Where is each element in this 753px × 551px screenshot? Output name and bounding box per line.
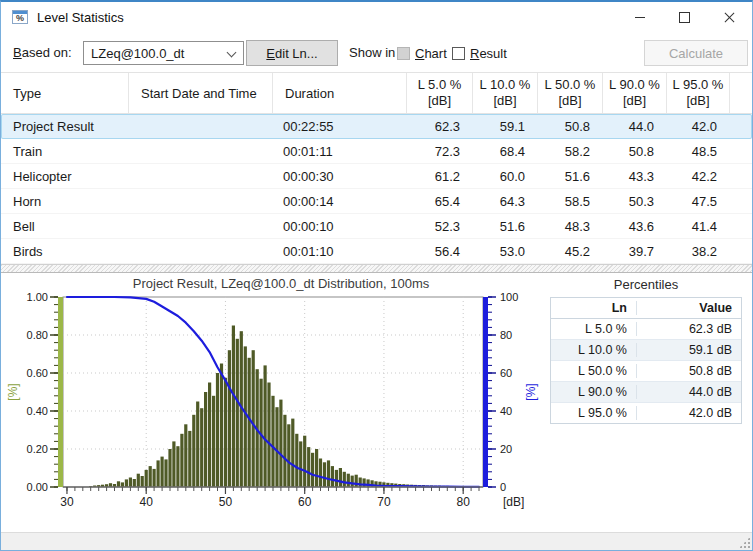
percentile-row: L 90.0 %44.0 dB bbox=[551, 382, 741, 403]
l50-cell: 58.2 bbox=[538, 139, 603, 163]
percentile-row: L 10.0 %59.1 dB bbox=[551, 340, 741, 361]
l50-cell: 48.3 bbox=[538, 214, 603, 238]
calculate-button[interactable]: Calculate bbox=[644, 40, 748, 66]
minimize-button[interactable] bbox=[617, 2, 662, 32]
level-statistics-window: % Level Statistics Based on: LZeq@100.0_… bbox=[0, 0, 753, 551]
app-icon-bar bbox=[13, 11, 27, 14]
resize-grip-icon[interactable] bbox=[739, 537, 750, 548]
svg-text:0.20: 0.20 bbox=[27, 443, 48, 455]
l5-cell: 62.3 bbox=[407, 114, 473, 139]
l90-cell: 44.0 bbox=[603, 114, 667, 139]
edit-ln-button[interactable]: Edit Ln... bbox=[246, 40, 338, 66]
percentile-value-cell: 42.0 dB bbox=[637, 406, 741, 420]
svg-text:[dB]: [dB] bbox=[503, 495, 524, 509]
svg-text:30: 30 bbox=[60, 495, 74, 509]
svg-text:40: 40 bbox=[500, 405, 512, 417]
column-header-l50[interactable]: L 50.0 %[dB] bbox=[538, 73, 603, 113]
close-icon bbox=[724, 12, 735, 23]
svg-text:0.80: 0.80 bbox=[27, 329, 48, 341]
show-in-label: Show in bbox=[349, 45, 395, 60]
table-row[interactable]: Helicopter00:00:3061.260.051.643.342.2 bbox=[1, 164, 752, 189]
l5-cell: 65.4 bbox=[407, 189, 473, 213]
status-bar bbox=[1, 532, 752, 550]
svg-text:0.00: 0.00 bbox=[27, 481, 48, 493]
duration-cell: 00:01:11 bbox=[273, 139, 407, 163]
start-date-cell bbox=[129, 139, 273, 163]
statistics-table-body: Project Result00:22:5562.359.150.844.042… bbox=[1, 114, 752, 264]
column-header-l10[interactable]: L 10.0 %[dB] bbox=[473, 73, 538, 113]
start-date-cell bbox=[129, 164, 273, 188]
filler-cell bbox=[730, 239, 752, 263]
percentile-row: L 5.0 %62.3 dB bbox=[551, 319, 741, 340]
l95-cell: 47.5 bbox=[667, 189, 730, 213]
svg-text:80: 80 bbox=[500, 329, 512, 341]
start-date-cell bbox=[129, 189, 273, 213]
type-cell: Horn bbox=[1, 189, 129, 213]
svg-text:0.60: 0.60 bbox=[27, 367, 48, 379]
l50-cell: 50.8 bbox=[538, 114, 603, 139]
table-row[interactable]: Horn00:00:1465.464.358.550.347.5 bbox=[1, 189, 752, 214]
percentile-row: L 95.0 %42.0 dB bbox=[551, 403, 741, 423]
percentile-ln-cell: L 50.0 % bbox=[551, 364, 637, 378]
l90-cell: 50.3 bbox=[603, 189, 667, 213]
l90-cell: 50.8 bbox=[603, 139, 667, 163]
table-row[interactable]: Project Result00:22:5562.359.150.844.042… bbox=[1, 114, 752, 139]
column-header-start-date[interactable]: Start Date and Time bbox=[129, 73, 273, 113]
duration-cell: 00:22:55 bbox=[273, 114, 407, 139]
svg-text:70: 70 bbox=[377, 495, 391, 509]
maximize-button[interactable] bbox=[662, 2, 707, 32]
based-on-dropdown[interactable]: LZeq@100.0_dt bbox=[83, 41, 244, 65]
l50-cell: 45.2 bbox=[538, 239, 603, 263]
result-checkbox[interactable] bbox=[452, 47, 465, 60]
result-checkbox-label[interactable]: Result bbox=[470, 46, 507, 61]
window-title: Level Statistics bbox=[37, 10, 124, 25]
chart-checkbox[interactable] bbox=[397, 47, 410, 60]
percent-icon: % bbox=[16, 13, 24, 23]
column-header-l90[interactable]: L 90.0 %[dB] bbox=[603, 73, 667, 113]
svg-text:100: 100 bbox=[500, 291, 518, 303]
title-bar: % Level Statistics bbox=[1, 2, 752, 32]
start-date-cell bbox=[129, 214, 273, 238]
maximize-icon bbox=[679, 12, 690, 23]
percentile-value-cell: 59.1 dB bbox=[637, 343, 741, 357]
splitter-handle[interactable] bbox=[1, 264, 752, 273]
filler-cell bbox=[730, 139, 752, 163]
percentile-ln-cell: L 10.0 % bbox=[551, 343, 637, 357]
column-header-type[interactable]: Type bbox=[1, 73, 129, 113]
column-header-l95[interactable]: L 95.0 %[dB] bbox=[667, 73, 730, 113]
svg-text:20: 20 bbox=[500, 443, 512, 455]
chart-checkbox-label[interactable]: Chart bbox=[415, 46, 447, 61]
percentile-ln-cell: L 5.0 % bbox=[551, 322, 637, 336]
filler-cell bbox=[730, 114, 752, 139]
app-icon: % bbox=[12, 10, 28, 24]
l5-cell: 56.4 bbox=[407, 239, 473, 263]
svg-text:[%]: [%] bbox=[524, 383, 538, 400]
based-on-value: LZeq@100.0_dt bbox=[91, 46, 184, 61]
percentile-ln-cell: L 90.0 % bbox=[551, 385, 637, 399]
column-header-duration[interactable]: Duration bbox=[273, 73, 407, 113]
based-on-label: Based on: bbox=[13, 45, 72, 60]
svg-text:50: 50 bbox=[219, 495, 233, 509]
svg-text:1.00: 1.00 bbox=[27, 291, 48, 303]
percentile-ln-cell: L 95.0 % bbox=[551, 406, 637, 420]
svg-text:60: 60 bbox=[500, 367, 512, 379]
distribution-plot: 0.000.200.400.600.801.000204060801003040… bbox=[1, 273, 549, 531]
duration-cell: 00:00:14 bbox=[273, 189, 407, 213]
svg-text:40: 40 bbox=[140, 495, 154, 509]
percentiles-header-ln: Ln bbox=[551, 301, 637, 315]
column-header-l5[interactable]: L 5.0 %[dB] bbox=[407, 73, 473, 113]
column-header-filler bbox=[730, 73, 752, 113]
table-row[interactable]: Bell00:00:1052.351.648.343.641.4 bbox=[1, 214, 752, 239]
percentile-value-cell: 44.0 dB bbox=[637, 385, 741, 399]
l95-cell: 42.2 bbox=[667, 164, 730, 188]
type-cell: Birds bbox=[1, 239, 129, 263]
table-row[interactable]: Birds00:01:1056.453.045.239.738.2 bbox=[1, 239, 752, 264]
filler-cell bbox=[730, 189, 752, 213]
close-button[interactable] bbox=[707, 2, 752, 32]
l95-cell: 38.2 bbox=[667, 239, 730, 263]
type-cell: Helicopter bbox=[1, 164, 129, 188]
percentile-row: L 50.0 %50.8 dB bbox=[551, 361, 741, 382]
svg-text:80: 80 bbox=[457, 495, 471, 509]
l10-cell: 60.0 bbox=[473, 164, 538, 188]
table-row[interactable]: Train00:01:1172.368.458.250.848.5 bbox=[1, 139, 752, 164]
